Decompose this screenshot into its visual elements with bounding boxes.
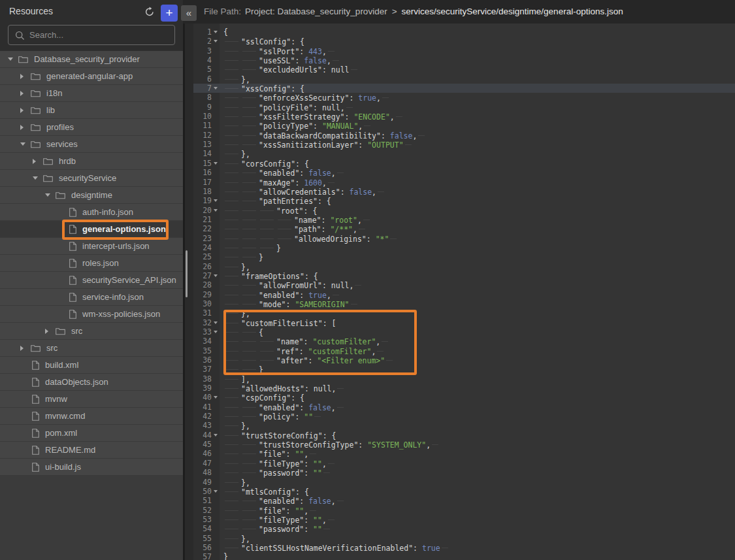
code-line[interactable]: 5"excludedUrls": null	[193, 65, 735, 74]
code-line[interactable]: 7"xssConfig": {	[193, 84, 735, 93]
code-line[interactable]: 13"xssSanitizationLayer": "OUTPUT"	[193, 140, 735, 149]
fold-toggle-icon[interactable]	[214, 490, 218, 493]
code-line[interactable]: 55},	[193, 534, 735, 543]
code-line[interactable]: 44"trustStoreConfig": {	[193, 431, 735, 440]
code-line[interactable]: 27"frameOptions": {	[193, 271, 735, 280]
search-input[interactable]	[28, 27, 171, 43]
code-line[interactable]: 42"policy": ""	[193, 412, 735, 421]
tree-item-src[interactable]: src	[0, 340, 183, 357]
code-line[interactable]: 1{	[193, 27, 735, 37]
code-line[interactable]: 18"allowCredentials": false,	[193, 187, 735, 196]
code-line[interactable]: 29"enabled": true,	[193, 290, 735, 299]
code-line[interactable]: 45"trustStoreConfigType": "SYSTEM_ONLY",	[193, 440, 735, 449]
code-line[interactable]: 6},	[193, 74, 735, 84]
add-resource-button[interactable]: +	[161, 5, 178, 22]
code-line[interactable]: 46"file": "",	[193, 449, 735, 458]
code-line[interactable]: 22"path": "/**",	[193, 224, 735, 233]
code-line[interactable]: 11"policyType": "MANUAL",	[193, 121, 735, 130]
tree-item-dataobjects-json[interactable]: dataObjects.json	[0, 374, 183, 391]
tree-item-src[interactable]: src	[0, 323, 183, 340]
code-line[interactable]: 50"mtlsConfig": {	[193, 487, 735, 496]
tree-item-i18n[interactable]: i18n	[0, 85, 183, 102]
fold-toggle-icon[interactable]	[214, 274, 218, 277]
code-line[interactable]: 35"ref": "customFilter",	[193, 346, 735, 355]
code-line[interactable]: 30"mode": "SAMEORIGIN"	[193, 299, 735, 308]
tree-item-ui-build-js[interactable]: ui-build.js	[0, 459, 183, 476]
code-line[interactable]: 49},	[193, 478, 735, 487]
tree-item-securityservice-api-json[interactable]: securityService_API.json	[0, 272, 183, 289]
tree-item-service-info-json[interactable]: service-info.json	[0, 289, 183, 306]
code-line[interactable]: 28"allowFromUrl": null,	[193, 280, 735, 289]
chevron-right-icon[interactable]	[20, 125, 31, 130]
tree-item-general-options-json[interactable]: general-options.json	[0, 221, 183, 238]
code-line[interactable]: 40"cspConfig": {	[193, 393, 735, 402]
code-line[interactable]: 12"dataBackwardCompatibility": false,	[193, 131, 735, 140]
tree-item-wm-xss-policies-json[interactable]: wm-xss-policies.json	[0, 306, 183, 323]
tree-item-mvnw[interactable]: mvnw	[0, 391, 183, 408]
chevron-down-icon[interactable]	[20, 142, 31, 146]
code-line[interactable]: 33{	[193, 327, 735, 337]
code-line[interactable]: 56"clientSSLHostNameVerificationEnabled"…	[193, 543, 735, 552]
fold-toggle-icon[interactable]	[214, 31, 218, 33]
code-editor[interactable]: 1{2"sslConfig": {3"sslPort": 443,4"useSS…	[193, 24, 735, 560]
code-line[interactable]: 21"name": "root",	[193, 215, 735, 224]
tree-item-designtime[interactable]: designtime	[0, 187, 183, 204]
code-line[interactable]: 25}	[193, 252, 735, 261]
panel-splitter[interactable]	[183, 0, 193, 560]
code-line[interactable]: 47"fileType": "",	[193, 459, 735, 468]
fold-toggle-icon[interactable]	[214, 396, 218, 399]
code-line[interactable]: 54"password": ""	[193, 524, 735, 533]
code-line[interactable]: 38],	[193, 374, 735, 384]
tree-item-pom-xml[interactable]: pom.xml	[0, 425, 183, 442]
tree-item-profiles[interactable]: profiles	[0, 119, 183, 136]
tree-item-lib[interactable]: lib	[0, 102, 183, 119]
code-line[interactable]: 57}	[193, 552, 735, 560]
code-line[interactable]: 14},	[193, 149, 735, 158]
code-line[interactable]: 17"maxAge": 1600,	[193, 178, 735, 187]
code-line[interactable]: 52"file": "",	[193, 506, 735, 515]
code-line[interactable]: 39"allowedHosts": null,	[193, 384, 735, 393]
code-line[interactable]: 36"after": "<Filter enum>"	[193, 355, 735, 365]
code-line[interactable]: 3"sslPort": 443,	[193, 46, 735, 56]
code-line[interactable]: 19"pathEntries": {	[193, 196, 735, 205]
tree-item-auth-info-json[interactable]: auth-info.json	[0, 204, 183, 221]
code-line[interactable]: 31},	[193, 308, 735, 318]
code-line[interactable]: 48"password": ""	[193, 468, 735, 477]
refresh-button[interactable]	[142, 5, 157, 20]
chevron-down-icon[interactable]	[33, 176, 43, 180]
chevron-right-icon[interactable]	[45, 329, 56, 334]
fold-toggle-icon[interactable]	[214, 331, 218, 333]
fold-toggle-icon[interactable]	[214, 199, 218, 202]
fold-toggle-icon[interactable]	[214, 209, 218, 212]
tree-item-services[interactable]: services	[0, 136, 183, 153]
code-line[interactable]: 24}	[193, 243, 735, 252]
code-line[interactable]: 20"root": {	[193, 206, 735, 215]
chevron-right-icon[interactable]	[20, 108, 31, 113]
code-line[interactable]: 9"policyFile": null,	[193, 103, 735, 112]
chevron-down-icon[interactable]	[8, 58, 18, 61]
tree-item-build-xml[interactable]: build.xml	[0, 357, 183, 374]
tree-item-hrdb[interactable]: hrdb	[0, 153, 183, 170]
tree-item-generated-angular-app[interactable]: generated-angular-app	[0, 68, 183, 85]
code-line[interactable]: 37}	[193, 365, 735, 374]
code-line[interactable]: 53"fileType": "",	[193, 515, 735, 524]
code-line[interactable]: 34"name": "customFilter",	[193, 337, 735, 346]
tree-item-database-security-provider[interactable]: Database_security_provider	[0, 51, 183, 68]
code-line[interactable]: 8"enforceXssSecurity": true,	[193, 93, 735, 102]
code-line[interactable]: 2"sslConfig": {	[193, 37, 735, 46]
collapse-sidebar-button[interactable]: «	[181, 5, 197, 21]
code-line[interactable]: 51"enabled": false,	[193, 496, 735, 505]
chevron-right-icon[interactable]	[20, 346, 31, 351]
chevron-right-icon[interactable]	[20, 91, 31, 96]
code-line[interactable]: 43},	[193, 421, 735, 430]
tree-item-mvnw-cmd[interactable]: mvnw.cmd	[0, 408, 183, 425]
code-line[interactable]: 26},	[193, 262, 735, 271]
tree-item-readme-md[interactable]: README.md	[0, 442, 183, 459]
chevron-right-icon[interactable]	[33, 159, 43, 164]
code-line[interactable]: 16"enabled": false,	[193, 168, 735, 177]
fold-toggle-icon[interactable]	[214, 87, 218, 90]
fold-toggle-icon[interactable]	[214, 162, 218, 165]
code-line[interactable]: 32"customFilterList": [	[193, 318, 735, 327]
code-line[interactable]: 23"allowedOrigins": "*"	[193, 234, 735, 243]
code-line[interactable]: 4"useSSL": false,	[193, 56, 735, 65]
